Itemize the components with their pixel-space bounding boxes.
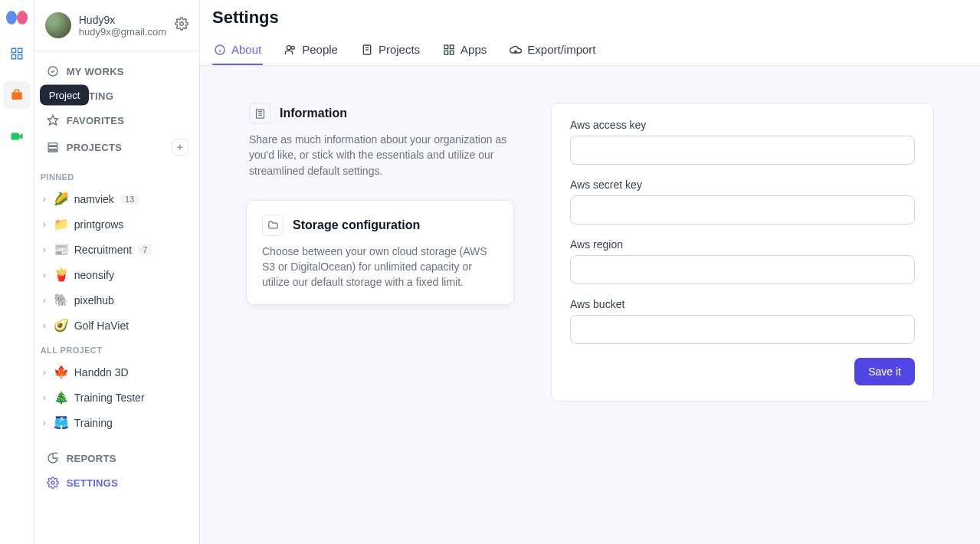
svg-rect-12 xyxy=(48,150,57,152)
project-item[interactable]: ›📁printgrows xyxy=(34,211,199,237)
input-secret-key[interactable] xyxy=(570,195,915,224)
svg-rect-10 xyxy=(48,143,57,146)
nav-label: FAVORITES xyxy=(67,115,124,126)
card-information[interactable]: Information Share as much information ab… xyxy=(246,103,514,179)
project-item[interactable]: ›🍁Handdn 3D xyxy=(34,359,199,385)
app-logo xyxy=(6,11,28,26)
chart-icon xyxy=(47,452,59,464)
svg-rect-25 xyxy=(450,51,454,54)
profile-settings-button[interactable] xyxy=(175,17,188,34)
card-desc: Choose between your own cloud storage (A… xyxy=(262,244,498,290)
nav-rail: Project xyxy=(0,0,34,544)
stack-icon xyxy=(47,141,59,153)
card-title: Information xyxy=(280,107,347,120)
tab-people[interactable]: People xyxy=(283,35,339,65)
nav-label: PROJECTS xyxy=(67,142,122,153)
svg-rect-2 xyxy=(11,55,15,59)
project-name: Training Tester xyxy=(74,392,145,404)
project-name: Handdn 3D xyxy=(74,366,129,379)
project-item[interactable]: ›🍟neonsify xyxy=(34,262,199,287)
section-all: ALL PROJECT xyxy=(34,338,199,359)
page-title: Settings xyxy=(212,8,968,28)
chevron-right-icon: › xyxy=(39,418,50,428)
project-item[interactable]: ›🐘pixelhub xyxy=(34,287,199,313)
tab-export[interactable]: Export/import xyxy=(508,35,597,65)
section-pinned: PINNED xyxy=(34,165,199,186)
label-access-key: Aws access key xyxy=(570,119,915,131)
add-project-button[interactable]: + xyxy=(172,139,188,156)
check-icon xyxy=(47,65,59,77)
nav-my-works[interactable]: MY WORKS xyxy=(41,59,193,84)
profile-header: Hudy9x hudy9x@gmail.com xyxy=(34,0,199,51)
chevron-right-icon: › xyxy=(39,194,50,205)
tab-label: Projects xyxy=(379,43,420,56)
project-name: Golf HaViet xyxy=(74,320,129,332)
cloud-icon xyxy=(510,44,522,56)
svg-point-18 xyxy=(292,46,295,49)
rail-dashboard[interactable] xyxy=(3,40,31,67)
project-name: pixelhub xyxy=(74,294,114,306)
video-icon xyxy=(10,129,24,143)
tab-apps[interactable]: Apps xyxy=(441,35,488,65)
tooltip-project: Project xyxy=(40,85,89,106)
people-icon xyxy=(284,44,297,56)
briefcase-icon xyxy=(10,88,24,102)
nav-reports[interactable]: REPORTS xyxy=(41,446,193,470)
svg-rect-23 xyxy=(450,45,454,49)
svg-rect-3 xyxy=(18,55,21,59)
save-button[interactable]: Save it xyxy=(854,358,915,385)
count-badge: 13 xyxy=(120,194,139,205)
chevron-right-icon: › xyxy=(39,392,50,403)
avatar xyxy=(45,12,71,38)
project-item[interactable]: ›📰Recruitment7 xyxy=(34,237,199,262)
project-item[interactable]: ›🥑Golf HaViet xyxy=(34,313,199,338)
project-emoji: 📰 xyxy=(53,242,70,257)
folder-icon xyxy=(262,215,284,236)
grid-icon xyxy=(10,47,24,61)
project-name: printgrows xyxy=(74,218,124,231)
project-name: Recruitment xyxy=(74,244,132,256)
nav-label: REPORTS xyxy=(67,453,116,464)
project-name: namviek xyxy=(74,193,114,205)
chevron-right-icon: › xyxy=(39,295,50,306)
chevron-right-icon: › xyxy=(39,244,50,255)
svg-rect-0 xyxy=(11,48,15,52)
project-emoji: 📁 xyxy=(53,217,70,231)
project-item[interactable]: ›🌽namviek13 xyxy=(34,186,199,211)
input-access-key[interactable] xyxy=(570,136,915,165)
input-region[interactable] xyxy=(570,255,915,284)
profile-email: hudy9x@gmail.com xyxy=(79,26,175,38)
tab-about[interactable]: About xyxy=(212,35,263,65)
nav-settings[interactable]: SETTINGS xyxy=(41,470,193,495)
gear-icon xyxy=(175,17,188,31)
svg-point-6 xyxy=(180,22,184,26)
nav-favorites[interactable]: FAVORITES xyxy=(41,108,193,133)
svg-rect-4 xyxy=(11,92,22,100)
tab-projects[interactable]: Projects xyxy=(359,35,421,65)
tab-label: People xyxy=(302,43,338,56)
project-item[interactable]: ›🩳Training xyxy=(34,410,199,435)
tab-label: About xyxy=(231,43,261,56)
gear-icon xyxy=(47,477,59,489)
storage-form: Aws access key Aws secret key Aws region… xyxy=(551,103,934,401)
project-emoji: 🎄 xyxy=(53,390,70,405)
apps-icon xyxy=(443,44,455,56)
chevron-right-icon: › xyxy=(39,219,50,230)
card-storage[interactable]: Storage configuration Choose between you… xyxy=(246,200,514,305)
clipboard-icon xyxy=(361,44,373,56)
chevron-right-icon: › xyxy=(39,320,50,331)
project-item[interactable]: ›🎄Training Tester xyxy=(34,385,199,410)
svg-rect-24 xyxy=(444,51,448,54)
count-badge: 7 xyxy=(138,244,152,255)
project-emoji: 🌽 xyxy=(53,192,70,206)
rail-video[interactable] xyxy=(3,123,31,150)
tab-label: Export/import xyxy=(527,43,595,56)
main-content: Settings About People Projects Apps xyxy=(200,0,980,544)
rail-project[interactable]: Project xyxy=(3,81,31,109)
input-bucket[interactable] xyxy=(570,315,915,344)
label-secret-key: Aws secret key xyxy=(570,179,915,191)
svg-rect-11 xyxy=(48,146,57,149)
nav-projects[interactable]: PROJECTS + xyxy=(41,133,193,162)
nav-label: SETTINGS xyxy=(67,477,118,489)
building-icon xyxy=(249,103,270,124)
